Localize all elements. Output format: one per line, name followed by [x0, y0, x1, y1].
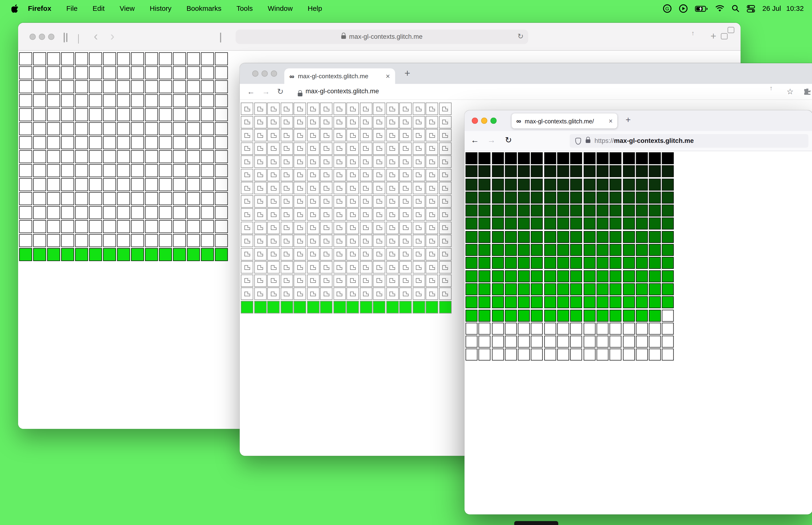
play-circle-icon[interactable] — [679, 4, 688, 13]
zoom-button[interactable] — [490, 118, 496, 124]
grid-cell — [583, 179, 595, 191]
grid-cell — [518, 192, 530, 204]
reload-icon[interactable]: ↻ — [517, 32, 523, 41]
menu-item-help[interactable]: Help — [308, 5, 322, 13]
back-button[interactable]: ← — [247, 87, 255, 95]
grid-cell — [347, 195, 359, 208]
grid-cell — [307, 235, 319, 247]
broken-image-icon — [297, 225, 303, 230]
zoom-button[interactable] — [48, 34, 54, 40]
grid-cell — [649, 205, 661, 217]
menu-item-edit[interactable]: Edit — [93, 5, 105, 13]
new-tab-button[interactable]: + — [710, 31, 716, 42]
tracking-shield-icon[interactable] — [576, 137, 581, 144]
grid-cell — [267, 195, 280, 208]
forward-button[interactable]: → — [262, 87, 270, 95]
menu-item-tools[interactable]: Tools — [236, 5, 252, 13]
browser-tab[interactable]: ∞ max-gl-contexts.glitch.me × — [284, 69, 395, 84]
bookmark-star-icon[interactable]: ☆ — [787, 87, 794, 96]
reload-icon[interactable]: ↻ — [277, 87, 284, 95]
grid-cell — [636, 322, 648, 335]
menu-item-window[interactable]: Window — [268, 5, 293, 13]
grid-cell — [662, 322, 674, 335]
shield-icon[interactable] — [220, 33, 221, 43]
minimize-button[interactable] — [481, 118, 487, 124]
grid-cell — [347, 274, 359, 287]
back-button[interactable]: ‹ — [94, 31, 98, 41]
menu-time[interactable]: 10:32 — [786, 5, 803, 13]
address-bar-url[interactable]: max-gl-contexts.glitch.me — [305, 87, 379, 95]
tab-close-icon[interactable]: × — [386, 72, 390, 80]
close-button[interactable] — [30, 34, 36, 40]
browser-tab[interactable]: ∞ max-gl-contexts.glitch.me/ × — [512, 114, 617, 129]
grid-cell — [320, 129, 333, 141]
grid-cell — [33, 192, 46, 205]
battery-icon[interactable] — [695, 5, 708, 12]
grid-cell — [187, 234, 200, 247]
g-circle-icon[interactable]: G — [663, 4, 672, 13]
broken-image-icon — [284, 159, 289, 164]
grid-cell — [492, 283, 504, 296]
sidebar-icon[interactable] — [64, 33, 65, 43]
broken-image-icon — [323, 239, 329, 243]
minimize-button[interactable] — [39, 34, 45, 40]
menu-item-history[interactable]: History — [150, 5, 171, 13]
broken-image-icon — [284, 239, 289, 243]
broken-image-icon — [257, 120, 263, 124]
back-button[interactable]: ← — [471, 136, 479, 145]
reload-icon[interactable]: ↻ — [505, 136, 512, 145]
grid-cell — [173, 178, 186, 191]
grid-cell — [320, 195, 333, 208]
forward-button[interactable]: › — [110, 31, 114, 41]
firefox-toolbar: ← → ↻ https://max-gl-contexts.glitch.me — [464, 131, 812, 151]
menu-app-name[interactable]: Firefox — [28, 5, 51, 13]
address-bar[interactable]: max-gl-contexts.glitch.me ↻ — [236, 30, 528, 44]
grid-cell — [636, 349, 648, 361]
dock-hint[interactable] — [514, 521, 558, 525]
close-button[interactable] — [252, 71, 258, 77]
broken-image-icon — [244, 239, 250, 243]
broken-image-icon — [389, 186, 395, 190]
broken-image-icon — [257, 146, 263, 151]
firefox-content — [464, 151, 812, 514]
address-bar[interactable]: https://max-gl-contexts.glitch.me — [569, 134, 808, 148]
grid-cell — [280, 195, 293, 208]
chevron-down-icon[interactable] — [78, 34, 79, 44]
broken-image-icon — [429, 225, 435, 230]
grid-cell — [267, 274, 280, 287]
grid-cell — [557, 244, 569, 256]
grid-cell — [505, 179, 517, 191]
tab-close-icon[interactable]: × — [609, 117, 613, 125]
grid-cell — [610, 218, 622, 230]
grid-cell — [333, 195, 346, 208]
menu-item-file[interactable]: File — [66, 5, 78, 13]
grid-cell — [557, 192, 569, 204]
close-button[interactable] — [472, 118, 478, 124]
menu-date[interactable]: 26 Jul — [763, 5, 781, 13]
grid-cell — [19, 206, 32, 219]
broken-image-icon — [244, 278, 250, 283]
menu-item-bookmarks[interactable]: Bookmarks — [186, 5, 221, 13]
grid-cell — [386, 208, 398, 221]
apple-menu-icon[interactable] — [11, 4, 18, 13]
broken-image-icon — [297, 278, 303, 283]
grid-cell — [399, 142, 412, 155]
grid-cell — [320, 182, 333, 194]
new-tab-button[interactable]: + — [404, 68, 410, 79]
extensions-puzzle-icon[interactable] — [803, 87, 812, 98]
grid-cell — [531, 244, 543, 256]
new-tab-button[interactable]: + — [626, 115, 631, 125]
broken-image-icon — [350, 146, 355, 151]
broken-image-icon — [337, 291, 342, 296]
wifi-icon[interactable] — [715, 5, 724, 12]
control-center-icon[interactable] — [747, 4, 755, 13]
broken-image-icon — [429, 120, 435, 124]
minimize-button[interactable] — [261, 71, 267, 77]
zoom-button[interactable] — [271, 71, 277, 77]
broken-image-icon — [271, 186, 276, 190]
forward-button[interactable]: → — [487, 136, 495, 145]
grid-cell — [267, 287, 280, 300]
grid-cell — [201, 122, 214, 135]
menu-item-view[interactable]: View — [120, 5, 135, 13]
search-icon[interactable] — [732, 5, 740, 13]
